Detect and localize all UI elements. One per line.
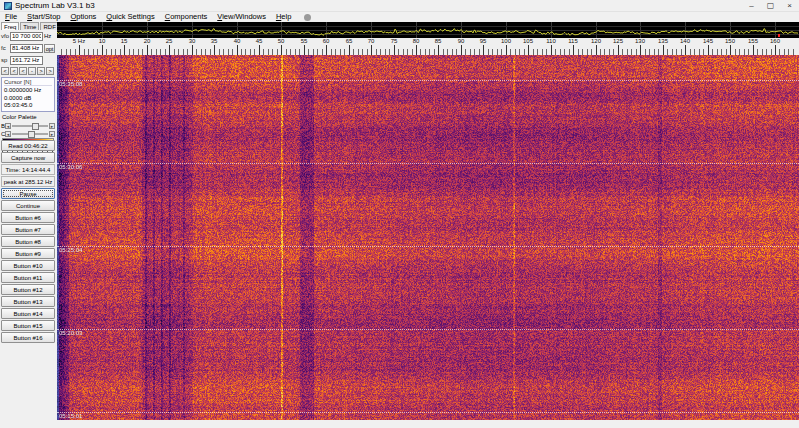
scale-major-tick bbox=[79, 45, 80, 55]
scale-major-tick bbox=[640, 45, 641, 55]
fc-opt-button[interactable]: opt bbox=[44, 44, 55, 53]
slider-thumb[interactable] bbox=[32, 123, 39, 130]
scale-label: 100 bbox=[501, 38, 511, 44]
scale-label: 75 bbox=[391, 38, 398, 44]
slider-track[interactable] bbox=[12, 125, 48, 127]
slider-right-arrow-icon[interactable]: ► bbox=[49, 131, 55, 137]
fc-label: fc bbox=[1, 45, 10, 51]
scale-major-tick bbox=[618, 45, 619, 55]
menu-bar: FileStart/StopOptionsQuick SettingsCompo… bbox=[0, 12, 799, 22]
scale-label: 50 bbox=[278, 38, 285, 44]
scale-major-tick bbox=[685, 45, 686, 55]
scale-major-tick bbox=[528, 45, 529, 55]
b-slider[interactable]: B◄► bbox=[1, 122, 55, 129]
minimize-button[interactable]: – bbox=[742, 0, 761, 12]
button-button-7[interactable]: Button #7 bbox=[1, 224, 55, 235]
scale-major-tick bbox=[371, 45, 372, 55]
button-button-6[interactable]: Button #6 bbox=[1, 212, 55, 223]
scale-label: 130 bbox=[635, 38, 645, 44]
label-peak-at-285-12-hz: peak at 285.12 Hz bbox=[1, 176, 55, 187]
scale-label: 45 bbox=[256, 38, 263, 44]
spectrum-graph-canvas[interactable] bbox=[57, 22, 799, 38]
vfo-input[interactable] bbox=[10, 32, 43, 41]
title-bar: Spectrum Lab V3.1 b3 – ▢ × bbox=[0, 0, 799, 12]
slider-right-arrow-icon[interactable]: ► bbox=[49, 123, 55, 129]
button-button-13[interactable]: Button #13 bbox=[1, 296, 55, 307]
scale-label: 70 bbox=[368, 38, 375, 44]
button-button-16[interactable]: Button #16 bbox=[1, 332, 55, 343]
freq-nav-button-4[interactable]: > bbox=[37, 67, 45, 75]
scale-major-tick bbox=[192, 45, 193, 55]
menu-file[interactable]: File bbox=[0, 12, 22, 22]
button-button-11[interactable]: Button #11 bbox=[1, 272, 55, 283]
button-button-10[interactable]: Button #10 bbox=[1, 260, 55, 271]
button-pause[interactable]: Pause bbox=[1, 188, 55, 199]
freq-nav-button-3[interactable]: - bbox=[28, 67, 36, 75]
freq-nav-button-2[interactable]: < bbox=[19, 67, 27, 75]
waterfall-timestamp: 05:30:06 bbox=[59, 164, 82, 170]
cursor-time: 05:03:45.0 bbox=[4, 102, 52, 110]
menu-view-windows[interactable]: View/Windows bbox=[212, 12, 271, 22]
sp-input[interactable] bbox=[10, 56, 43, 65]
menu-help[interactable]: Help bbox=[271, 12, 296, 22]
scale-major-tick bbox=[551, 45, 552, 55]
scale-major-tick bbox=[281, 45, 282, 55]
cursor-level: 0.0000 dB bbox=[4, 95, 52, 103]
scale-label: 150 bbox=[725, 38, 735, 44]
menu-start-stop[interactable]: Start/Stop bbox=[22, 12, 65, 22]
app-icon bbox=[4, 2, 12, 10]
menu-options[interactable]: Options bbox=[65, 12, 101, 22]
scale-major-tick bbox=[506, 45, 507, 55]
scale-major-tick bbox=[416, 45, 417, 55]
menu-quick-settings[interactable]: Quick Settings bbox=[101, 12, 159, 22]
slider-track[interactable] bbox=[12, 133, 48, 135]
scale-label: 160 bbox=[770, 38, 780, 44]
tab-time[interactable]: Time bbox=[20, 22, 39, 30]
button-button-8[interactable]: Button #8 bbox=[1, 236, 55, 247]
freq-nav-button-5[interactable]: > bbox=[46, 67, 54, 75]
waterfall-timestamp: 05:35:08 bbox=[59, 81, 82, 87]
waterfall-timeline bbox=[57, 329, 799, 330]
button-read-00-46-22[interactable]: Read 00:46:22 bbox=[1, 140, 55, 151]
frequency-scale[interactable]: 5 Hz101520253035404550556065707580859095… bbox=[57, 38, 799, 55]
scale-major-tick bbox=[730, 45, 731, 55]
waterfall-display[interactable]: 05:35:0805:30:0605:25:0405:20:0305:15:01 bbox=[57, 55, 799, 420]
button-button-12[interactable]: Button #12 bbox=[1, 284, 55, 295]
slider-thumb[interactable] bbox=[28, 131, 35, 138]
close-button[interactable]: × bbox=[780, 0, 799, 12]
button-button-15[interactable]: Button #15 bbox=[1, 320, 55, 331]
maximize-button[interactable]: ▢ bbox=[761, 0, 780, 12]
scale-major-tick bbox=[483, 45, 484, 55]
cursor-readout: Cursor [N] 0.0000000 Hz 0.0000 dB 05:03:… bbox=[1, 77, 55, 112]
scale-label: 15 bbox=[121, 38, 128, 44]
scale-label: 80 bbox=[413, 38, 420, 44]
button-continue[interactable]: Continue bbox=[1, 200, 55, 211]
scale-major-tick bbox=[169, 45, 170, 55]
scale-label: 25 bbox=[166, 38, 173, 44]
waterfall-timeline bbox=[57, 246, 799, 247]
freq-nav-button-0[interactable]: < bbox=[1, 67, 9, 75]
scale-major-tick bbox=[102, 45, 103, 55]
c-slider[interactable]: C◄► bbox=[1, 130, 55, 137]
waterfall-timeline bbox=[57, 80, 799, 81]
button-capture-now[interactable]: Capture now bbox=[1, 152, 55, 163]
slider-left-arrow-icon[interactable]: ◄ bbox=[5, 131, 11, 137]
scale-major-tick bbox=[349, 45, 350, 55]
waterfall-timestamp: 05:25:04 bbox=[59, 247, 82, 253]
scale-major-tick bbox=[304, 45, 305, 55]
button-button-14[interactable]: Button #14 bbox=[1, 308, 55, 319]
scale-label: 125 bbox=[613, 38, 623, 44]
spectrum-graph[interactable] bbox=[57, 22, 799, 38]
waterfall-timeline bbox=[57, 163, 799, 164]
menu-components[interactable]: Components bbox=[160, 12, 213, 22]
fc-input[interactable] bbox=[10, 44, 43, 53]
freq-nav-button-1[interactable]: < bbox=[10, 67, 18, 75]
button-button-9[interactable]: Button #9 bbox=[1, 248, 55, 259]
tab-freq[interactable]: Freq bbox=[1, 22, 19, 30]
scale-label: 90 bbox=[458, 38, 465, 44]
scale-label: 145 bbox=[703, 38, 713, 44]
slider-left-arrow-icon[interactable]: ◄ bbox=[5, 123, 11, 129]
cursor-freq: 0.0000000 Hz bbox=[4, 87, 52, 95]
waterfall-canvas[interactable] bbox=[57, 55, 799, 420]
scale-major-tick bbox=[438, 45, 439, 55]
